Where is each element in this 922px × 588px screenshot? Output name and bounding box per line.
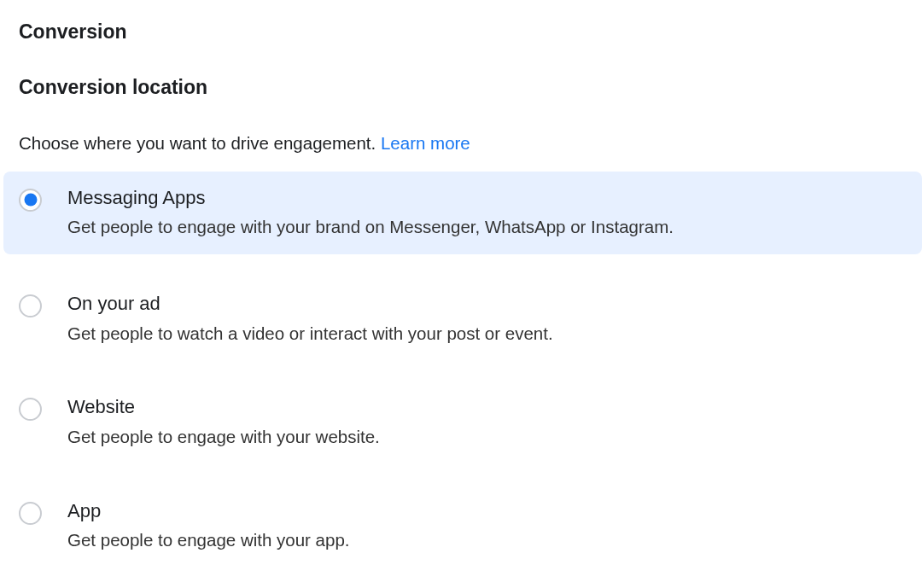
radio-description: Get people to engage with your app. (67, 528, 903, 553)
description-text: Choose where you want to drive engagemen… (19, 131, 903, 156)
radio-content: Messaging Apps Get people to engage with… (67, 186, 903, 240)
radio-description: Get people to watch a video or interact … (67, 322, 903, 346)
radio-button-icon (19, 294, 42, 317)
radio-title: Messaging Apps (67, 186, 903, 211)
radio-option-website[interactable]: Website Get people to engage with your w… (3, 381, 922, 463)
radio-content: Website Get people to engage with your w… (67, 395, 903, 449)
radio-button-icon (19, 502, 42, 525)
radio-description: Get people to engage with your brand on … (67, 215, 903, 240)
radio-title: On your ad (67, 292, 903, 317)
radio-button-icon (19, 398, 42, 421)
radio-button-icon (19, 189, 42, 212)
learn-more-link[interactable]: Learn more (381, 133, 470, 153)
section-title: Conversion (19, 20, 903, 44)
radio-option-on-your-ad[interactable]: On your ad Get people to watch a video o… (3, 277, 922, 360)
radio-option-app[interactable]: App Get people to engage with your app. (3, 485, 922, 568)
description-content: Choose where you want to drive engagemen… (19, 133, 376, 153)
radio-title: App (67, 499, 903, 524)
radio-content: On your ad Get people to watch a video o… (67, 292, 903, 346)
radio-content: App Get people to engage with your app. (67, 499, 903, 553)
conversion-location-radio-group: Messaging Apps Get people to engage with… (3, 172, 922, 588)
radio-description: Get people to engage with your website. (67, 425, 903, 450)
radio-option-messaging-apps[interactable]: Messaging Apps Get people to engage with… (3, 172, 922, 254)
radio-title: Website (67, 395, 903, 420)
subsection-title: Conversion location (19, 76, 903, 99)
